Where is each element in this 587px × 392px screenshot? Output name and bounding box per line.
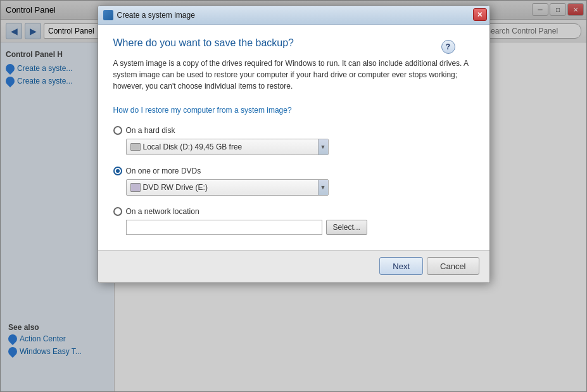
network-radio[interactable] [113, 207, 122, 216]
dvd-option-row: On one or more DVDs [113, 167, 474, 175]
hard-disk-dropdown-arrow: ▼ [318, 139, 328, 155]
dvd-dropdown-arrow: ▼ [318, 180, 328, 195]
network-label: On a network location [126, 207, 199, 216]
hard-disk-dropdown-container: Local Disk (D:) 49,45 GB free ▼ [126, 139, 474, 155]
dvd-radio[interactable] [113, 167, 122, 175]
dvd-dropdown[interactable]: DVD RW Drive (E:) ▼ [126, 179, 329, 196]
network-input-row: Select... [126, 220, 474, 235]
network-option-row: On a network location [113, 207, 474, 216]
create-system-image-dialog: Create a system image ✕ Where do you wan… [98, 5, 490, 283]
hard-disk-label: On a hard disk [126, 126, 175, 135]
modal-close-button[interactable]: ✕ [473, 8, 487, 21]
hard-disk-option-row: On a hard disk [113, 126, 474, 135]
hard-disk-dropdown-text: Local Disk (D:) 49,45 GB free [143, 142, 315, 151]
help-button[interactable]: ? [441, 40, 455, 54]
cancel-button[interactable]: Cancel [427, 257, 479, 275]
dvd-option-group: On one or more DVDs DVD RW Drive (E:) ▼ [113, 167, 474, 196]
modal-overlay: Create a system image ✕ Where do you wan… [0, 0, 587, 392]
dvd-dropdown-container: DVD RW Drive (E:) ▼ [126, 179, 474, 196]
dialog-icon [103, 10, 113, 20]
select-network-button[interactable]: Select... [326, 220, 367, 235]
hard-disk-dropdown[interactable]: Local Disk (D:) 49,45 GB free ▼ [126, 139, 329, 155]
next-button[interactable]: Next [379, 257, 423, 275]
modal-description: A system image is a copy of the drives r… [113, 58, 474, 92]
network-option-group: On a network location Select... [113, 207, 474, 235]
hard-disk-radio[interactable] [113, 126, 122, 135]
hard-disk-option-group: On a hard disk Local Disk (D:) 49,45 GB … [113, 126, 474, 155]
dvd-dropdown-text: DVD RW Drive (E:) [143, 183, 315, 192]
modal-heading: Where do you want to save the backup? [113, 37, 474, 49]
modal-title: Create a system image [117, 11, 195, 20]
dvd-label: On one or more DVDs [126, 167, 201, 175]
network-path-input[interactable] [126, 220, 322, 235]
restore-help-link[interactable]: How do I restore my computer from a syst… [113, 106, 292, 115]
modal-footer: Next Cancel [98, 250, 489, 282]
disk-icon [130, 143, 141, 151]
dvd-icon [130, 183, 141, 192]
modal-body: Where do you want to save the backup? ? … [98, 25, 489, 250]
modal-titlebar: Create a system image ✕ [98, 6, 489, 25]
